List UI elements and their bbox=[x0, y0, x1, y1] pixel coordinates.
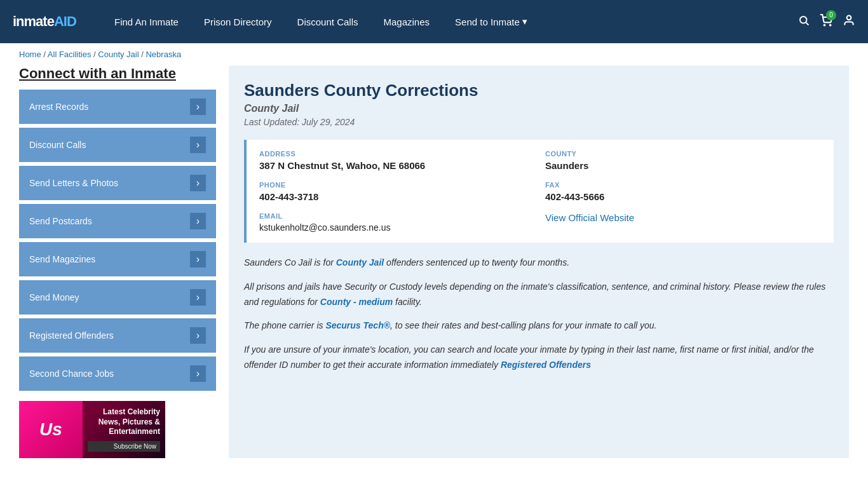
sidebar-item-label: Send Magazines bbox=[29, 254, 95, 264]
nav-find-inmate[interactable]: Find An Inmate bbox=[114, 17, 179, 27]
facility-type: County Jail bbox=[244, 103, 834, 114]
arrow-icon: › bbox=[190, 251, 206, 268]
sidebar-menu: Arrest Records › Discount Calls › Send L… bbox=[19, 90, 216, 391]
sidebar-item-discount-calls[interactable]: Discount Calls › bbox=[19, 128, 216, 162]
sidebar-item-label: Registered Offenders bbox=[29, 330, 114, 341]
address-field: ADDRESS 387 N Chestnut St, Wahoo, NE 680… bbox=[259, 150, 535, 171]
sidebar-item-second-chance-jobs[interactable]: Second Chance Jobs › bbox=[19, 356, 216, 391]
facility-description: Saunders Co Jail is for County Jail offe… bbox=[244, 255, 834, 373]
site-header: inmateAID Find An Inmate Prison Director… bbox=[0, 0, 868, 43]
header-icons: 0 bbox=[798, 14, 855, 30]
last-updated: Last Updated: July 29, 2024 bbox=[244, 117, 834, 127]
desc1-after: offenders sentenced up to twenty four mo… bbox=[384, 257, 569, 268]
website-link[interactable]: View Official Website bbox=[545, 212, 634, 223]
cart-icon-btn[interactable]: 0 bbox=[820, 14, 832, 30]
fax-value: 402-443-5666 bbox=[545, 191, 821, 202]
arrow-icon: › bbox=[190, 137, 206, 153]
arrow-icon: › bbox=[190, 98, 206, 115]
cart-badge: 0 bbox=[826, 10, 836, 20]
desc2-after: facility. bbox=[393, 297, 422, 307]
logo[interactable]: inmateAID bbox=[13, 13, 102, 30]
sidebar: Connect with an Inmate Arrest Records › … bbox=[19, 65, 216, 458]
desc1-before: Saunders Co Jail is for bbox=[244, 257, 336, 268]
arrow-icon: › bbox=[190, 213, 206, 229]
breadcrumb-nebraska[interactable]: Nebraska bbox=[146, 50, 181, 59]
ad-content: Latest Celebrity News, Pictures & Entert… bbox=[83, 401, 165, 458]
breadcrumb-home[interactable]: Home bbox=[19, 50, 41, 59]
arrow-icon: › bbox=[190, 327, 206, 344]
securus-link[interactable]: Securus Tech® bbox=[325, 320, 390, 330]
dropdown-arrow-icon: ▾ bbox=[522, 16, 527, 27]
sidebar-item-label: Send Postcards bbox=[29, 216, 92, 226]
email-field: EMAIL kstukenholtz@co.saunders.ne.us bbox=[259, 212, 535, 233]
desc-location-search: If you are unsure of your inmate's locat… bbox=[244, 342, 834, 373]
desc-county-jail: Saunders Co Jail is for County Jail offe… bbox=[244, 255, 834, 271]
email-value: kstukenholtz@co.saunders.ne.us bbox=[259, 222, 535, 233]
county-jail-link[interactable]: County Jail bbox=[336, 257, 384, 268]
sidebar-item-label: Second Chance Jobs bbox=[29, 369, 114, 379]
sidebar-item-registered-offenders[interactable]: Registered Offenders › bbox=[19, 318, 216, 353]
breadcrumb-county-jail[interactable]: County Jail bbox=[98, 50, 139, 59]
advertisement[interactable]: Us Latest Celebrity News, Pictures & Ent… bbox=[19, 401, 165, 458]
registered-offenders-link[interactable]: Registered Offenders bbox=[501, 360, 591, 370]
sidebar-title: Connect with an Inmate bbox=[19, 65, 216, 82]
ad-title: Latest Celebrity News, Pictures & Entert… bbox=[88, 407, 160, 437]
sidebar-item-label: Send Money bbox=[29, 292, 79, 302]
phone-label: PHONE bbox=[259, 181, 535, 189]
sidebar-item-send-money[interactable]: Send Money › bbox=[19, 280, 216, 315]
svg-point-3 bbox=[830, 24, 831, 25]
user-icon-btn[interactable] bbox=[843, 14, 855, 30]
sidebar-item-arrest-records[interactable]: Arrest Records › bbox=[19, 90, 216, 124]
desc-phone-carrier: The phone carrier is Securus Tech®, to s… bbox=[244, 318, 834, 334]
address-label: ADDRESS bbox=[259, 150, 535, 158]
arrow-icon: › bbox=[190, 175, 206, 191]
nav-prison-directory[interactable]: Prison Directory bbox=[204, 17, 272, 27]
county-label: COUNTY bbox=[545, 150, 821, 158]
breadcrumb: Home / All Facilities / County Jail / Ne… bbox=[0, 43, 868, 65]
email-label: EMAIL bbox=[259, 212, 535, 220]
nav-discount-calls[interactable]: Discount Calls bbox=[297, 17, 358, 27]
sidebar-item-label: Discount Calls bbox=[29, 140, 86, 150]
fax-label: FAX bbox=[545, 181, 821, 189]
subscribe-button[interactable]: Subscribe Now bbox=[88, 441, 160, 452]
sidebar-item-send-postcards[interactable]: Send Postcards › bbox=[19, 204, 216, 238]
arrow-icon: › bbox=[190, 289, 206, 306]
svg-point-0 bbox=[800, 17, 807, 24]
desc3-after: , to see their rates and best-calling pl… bbox=[390, 320, 656, 330]
county-medium-link[interactable]: County - medium bbox=[320, 297, 393, 307]
county-value: Saunders bbox=[545, 160, 821, 171]
svg-point-4 bbox=[847, 15, 851, 20]
svg-line-1 bbox=[806, 22, 809, 25]
main-nav: Find An Inmate Prison Directory Discount… bbox=[114, 16, 785, 27]
desc3-text: The phone carrier is bbox=[244, 320, 325, 330]
phone-field: PHONE 402-443-3718 bbox=[259, 181, 535, 202]
facility-content: Saunders County Corrections County Jail … bbox=[229, 65, 849, 458]
sidebar-item-send-magazines[interactable]: Send Magazines › bbox=[19, 242, 216, 276]
arrow-icon: › bbox=[190, 365, 206, 382]
sidebar-item-send-letters[interactable]: Send Letters & Photos › bbox=[19, 166, 216, 200]
sidebar-item-label: Arrest Records bbox=[29, 102, 88, 112]
address-value: 387 N Chestnut St, Wahoo, NE 68066 bbox=[259, 160, 535, 171]
ad-brand: Us bbox=[19, 401, 83, 458]
logo-text: inmateAID bbox=[13, 13, 76, 30]
main-layout: Connect with an Inmate Arrest Records › … bbox=[0, 65, 868, 477]
svg-point-2 bbox=[824, 24, 825, 25]
fax-field: FAX 402-443-5666 bbox=[545, 181, 821, 202]
nav-send-to-inmate[interactable]: Send to Inmate ▾ bbox=[455, 16, 527, 27]
search-icon-btn[interactable] bbox=[798, 15, 810, 29]
sidebar-item-label: Send Letters & Photos bbox=[29, 178, 118, 188]
county-field: COUNTY Saunders bbox=[545, 150, 821, 171]
facility-info-box: ADDRESS 387 N Chestnut St, Wahoo, NE 680… bbox=[244, 140, 834, 243]
phone-value: 402-443-3718 bbox=[259, 191, 535, 202]
facility-name: Saunders County Corrections bbox=[244, 81, 834, 100]
website-field: View Official Website bbox=[545, 212, 821, 233]
desc-security-levels: All prisons and jails have Security or C… bbox=[244, 280, 834, 310]
breadcrumb-all-facilities[interactable]: All Facilities bbox=[48, 50, 92, 59]
nav-magazines[interactable]: Magazines bbox=[383, 17, 430, 27]
